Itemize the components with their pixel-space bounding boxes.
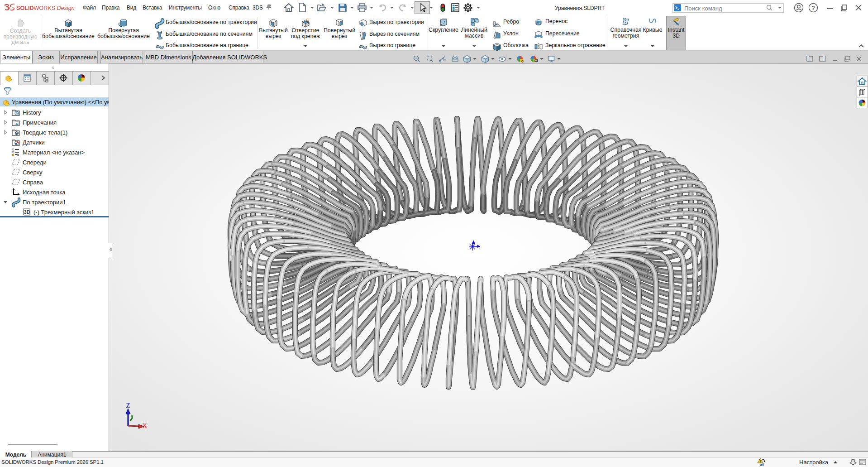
svg-text:A: A (15, 122, 18, 126)
svg-text:X: X (143, 422, 148, 429)
svg-text:?: ? (811, 5, 815, 11)
svg-text:SOLIDWORKS Design: SOLIDWORKS Design (16, 5, 75, 11)
svg-text:!: ! (760, 459, 761, 463)
svg-text:Z: Z (126, 402, 130, 409)
svg-text:3D: 3D (24, 210, 30, 215)
